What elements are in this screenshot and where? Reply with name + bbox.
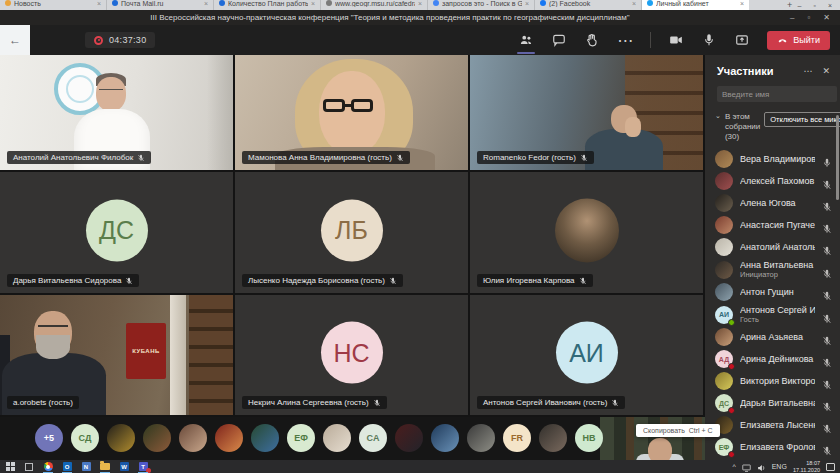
mic-muted-icon[interactable] (822, 198, 832, 208)
browser-tab[interactable]: Количество План работы Маг… × (214, 0, 321, 10)
browser-minimize-button[interactable]: – (798, 2, 802, 9)
browser-tab[interactable]: Новость × (0, 0, 107, 10)
strip-avatar[interactable] (467, 424, 495, 452)
mic-muted-icon[interactable] (822, 242, 832, 252)
participant-row[interactable]: ЕФ Елизавета Фролова (705, 436, 840, 458)
participant-row[interactable]: Арина Азьяева (705, 326, 840, 348)
strip-avatar[interactable] (143, 424, 171, 452)
strip-avatar[interactable] (539, 424, 567, 452)
network-icon[interactable] (742, 458, 751, 473)
video-tile-orobets[interactable]: КУБАНЬ a.orobets (гость) (0, 295, 233, 415)
avatar-tile-nekrich[interactable]: НС Некрич Алина Сергеевна (гость) (235, 295, 468, 415)
participants-icon[interactable] (518, 32, 534, 48)
participant-row[interactable]: Алексей Пахомов (705, 170, 840, 192)
browser-close-button[interactable]: × (828, 2, 832, 9)
mic-on-icon[interactable] (822, 154, 832, 164)
panel-more-icon[interactable]: ⋯ (803, 66, 812, 76)
strip-avatar[interactable] (251, 424, 279, 452)
microphone-icon[interactable] (701, 32, 717, 48)
mute-all-button[interactable]: Отключить все микро… (764, 112, 840, 127)
volume-icon[interactable] (757, 458, 766, 473)
video-tile-mamonova[interactable]: Мамонова Анна Владимировна (гость) (235, 55, 468, 170)
mic-muted-icon[interactable] (822, 176, 832, 186)
browser-tab[interactable]: www.geogr.msu.ru/cafedra/geo… × (321, 0, 428, 10)
language-indicator[interactable]: ENG (772, 463, 787, 470)
mic-muted-icon[interactable] (822, 442, 832, 452)
raise-hand-icon[interactable] (584, 32, 600, 48)
browser-back-icon[interactable]: ← (0, 25, 30, 55)
participant-row[interactable]: Вера Владимировна Минен… (705, 148, 840, 170)
window-maximize-button[interactable]: ▫ (807, 13, 810, 22)
chrome-icon[interactable] (42, 461, 54, 472)
participant-row[interactable]: Антон Гущин (705, 281, 840, 303)
window-minimize-button[interactable]: – (790, 13, 794, 22)
strip-avatar[interactable] (179, 424, 207, 452)
camera-icon[interactable] (668, 32, 684, 48)
outlook-icon[interactable]: O (61, 461, 73, 472)
strip-avatar[interactable] (107, 424, 135, 452)
video-tile-filobok[interactable]: Анатолий Анатольевич Филобок (0, 55, 233, 170)
participant-row[interactable]: Анна Витальевна Коновалова Инициатор (705, 258, 840, 281)
participant-row[interactable]: АИ Антонов Сергей Иванович (… Гость (705, 303, 840, 326)
strip-avatar[interactable] (215, 424, 243, 452)
participant-row[interactable]: Алена Югова (705, 192, 840, 214)
strip-avatar[interactable]: ЕФ (287, 424, 315, 452)
mic-muted-icon[interactable] (822, 398, 832, 408)
strip-avatar[interactable] (431, 424, 459, 452)
strip-avatar[interactable]: +5 (35, 424, 63, 452)
participant-row[interactable]: Елизавета Лысенко (705, 414, 840, 436)
participant-row[interactable]: АД Арина Дейникова (705, 348, 840, 370)
mic-muted-icon[interactable] (822, 376, 832, 386)
tab-close-icon[interactable]: × (740, 0, 744, 7)
browser-tab[interactable]: Личный кабинет × (642, 0, 749, 10)
avatar-tile-karpova[interactable]: Юлия Игоревна Карпова (470, 172, 703, 293)
browser-tab[interactable]: запросов это - Поиск в Google × (428, 0, 535, 10)
mic-muted-icon[interactable] (822, 287, 832, 297)
start-button-icon[interactable] (4, 461, 16, 472)
share-screen-icon[interactable] (734, 32, 750, 48)
more-options-icon[interactable]: ⋯ (617, 32, 633, 48)
panel-scrollbar[interactable] (836, 115, 839, 200)
file-explorer-icon[interactable] (99, 461, 111, 472)
avatar-tile-sidorova[interactable]: ДС Дарья Витальевна Сидорова (0, 172, 233, 293)
mic-muted-icon[interactable] (822, 332, 832, 342)
tab-close-icon[interactable]: × (418, 0, 422, 7)
strip-avatar[interactable]: СА (359, 424, 387, 452)
browser-maximize-button[interactable]: ▫ (813, 2, 815, 9)
new-tab-button[interactable]: + (782, 0, 798, 10)
window-close-button[interactable]: ✕ (823, 13, 830, 22)
tab-close-icon[interactable]: × (311, 0, 315, 7)
section-chevron-icon[interactable]: ⌄ (715, 112, 721, 120)
video-tile-romanenko[interactable]: Romanenko Fedor (гость) (470, 55, 703, 170)
strip-avatar[interactable]: НВ (575, 424, 603, 452)
tab-close-icon[interactable]: × (204, 0, 208, 7)
mic-muted-icon[interactable] (822, 420, 832, 430)
tab-close-icon[interactable]: × (97, 0, 101, 7)
panel-close-icon[interactable]: ✕ (822, 66, 830, 76)
tab-close-icon[interactable]: × (632, 0, 636, 7)
participant-row[interactable]: ДС Дарья Витальевна Сидорова (705, 392, 840, 414)
chat-icon[interactable] (551, 32, 567, 48)
leave-button[interactable]: Выйти (767, 31, 830, 50)
avatar-tile-antonov[interactable]: АИ Антонов Сергей Иванович (гость) (470, 295, 703, 415)
mic-muted-icon[interactable] (822, 310, 832, 320)
mic-muted-icon[interactable] (822, 265, 832, 275)
participant-row[interactable]: Анатолий Анатольевич Фил… (705, 236, 840, 258)
strip-avatar[interactable] (395, 424, 423, 452)
participant-row[interactable]: Анастасия Пугаченко (705, 214, 840, 236)
browser-tab[interactable]: (2) Facebook × (535, 0, 642, 10)
mic-muted-icon[interactable] (822, 220, 832, 230)
strip-avatar[interactable] (323, 424, 351, 452)
tab-close-icon[interactable]: × (525, 0, 529, 7)
browser-tab[interactable]: Почта Mail.ru × (107, 0, 214, 10)
strip-avatar[interactable]: FR (503, 424, 531, 452)
avatar-tile-lysenko[interactable]: ЛБ Лысенко Надежда Борисовна (гость) (235, 172, 468, 293)
word-icon[interactable]: W (118, 461, 130, 472)
onenote-icon[interactable]: N (80, 461, 92, 472)
participant-search-input[interactable] (717, 86, 837, 102)
tray-chevron-icon[interactable]: ^ (732, 463, 735, 470)
clock[interactable]: 18:07 17.11.2020 (793, 460, 820, 473)
strip-avatar[interactable]: СД (71, 424, 99, 452)
participant-row[interactable]: Виктория Викторовна Аниси… (705, 370, 840, 392)
mic-muted-icon[interactable] (822, 354, 832, 364)
